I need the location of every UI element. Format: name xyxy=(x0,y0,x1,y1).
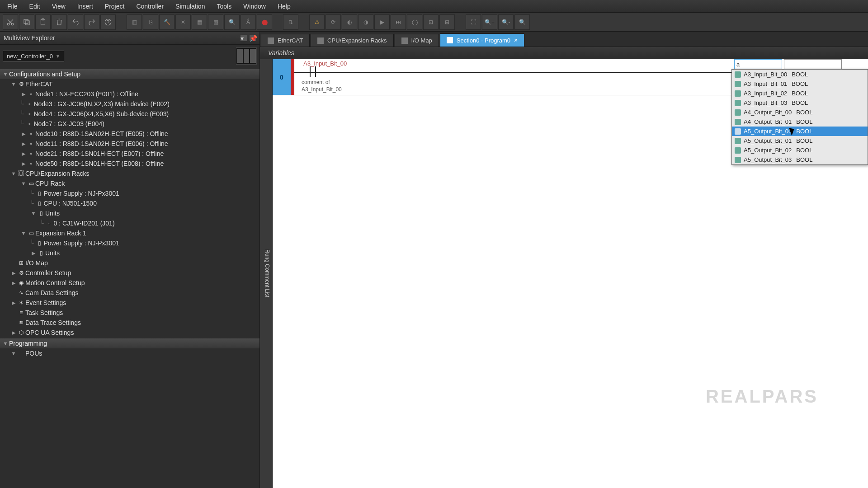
autocomplete-item[interactable]: A5_Output_Bit_01 BOOL xyxy=(732,136,868,145)
zoom-fit-button[interactable]: ⛶ xyxy=(466,14,481,30)
tree-item[interactable]: ▼▭CPU Rack xyxy=(0,178,259,188)
build-button[interactable]: 🔨 xyxy=(159,14,175,30)
delete-button[interactable] xyxy=(52,14,67,30)
expand-icon[interactable]: ▶ xyxy=(30,250,37,256)
tree-item[interactable]: ▼POUs xyxy=(0,348,259,358)
tree-item[interactable]: ▼⚙EtherCAT xyxy=(0,79,259,89)
view-2-button[interactable]: ⎘ xyxy=(143,14,158,30)
close-icon[interactable]: × xyxy=(514,37,518,44)
find-next-button[interactable]: Å xyxy=(241,14,256,30)
zoom-reset-button[interactable]: 🔍 xyxy=(514,14,530,30)
autocomplete-item[interactable]: A3_Input_Bit_03 BOOL xyxy=(732,98,868,108)
panel-pin-icon[interactable]: 📌 xyxy=(250,35,256,41)
menu-insert[interactable]: Insert xyxy=(72,1,99,12)
tree-item[interactable]: ▶▫Node21 : R88D-1SN01H-ECT (E007) : Offl… xyxy=(0,149,259,159)
expand-icon[interactable]: ▼ xyxy=(20,230,27,236)
ladder-editor[interactable]: 0 A3_Input_Bit_00 comment ofA3_Input_Bit… xyxy=(273,59,868,488)
contact-symbol[interactable] xyxy=(310,66,316,77)
tab-cpu-expansion-racks[interactable]: CPU/Expansion Racks xyxy=(311,34,394,47)
autocomplete-item[interactable]: A5_Output_Bit_02 BOOL xyxy=(732,145,868,155)
tool-a-button[interactable]: ✕ xyxy=(175,14,191,30)
zoom-in-button[interactable]: 🔍+ xyxy=(482,14,497,30)
stop-button[interactable]: ⬤ xyxy=(257,14,272,30)
expand-icon[interactable]: ▼ xyxy=(30,211,37,216)
autocomplete-item[interactable]: A3_Input_Bit_02 BOOL xyxy=(732,89,868,98)
tool-e-button[interactable]: ◑ xyxy=(358,14,373,30)
copy-button[interactable] xyxy=(19,14,34,30)
rung-comment-list-label[interactable]: Rung Comment List xyxy=(260,59,273,488)
menu-controller[interactable]: Controller xyxy=(131,1,169,12)
controller-selector[interactable]: new_Controller_0 ▼ xyxy=(3,51,64,62)
expand-icon[interactable]: ▶ xyxy=(10,280,17,286)
tree-item[interactable]: ▶✶Event Settings xyxy=(0,298,259,308)
sync-button[interactable]: ⟳ xyxy=(326,14,341,30)
tree-item[interactable]: └▫0 : CJ1W-ID201 (J01) xyxy=(0,218,259,228)
autocomplete-item[interactable]: A4_Output_Bit_01 BOOL xyxy=(732,117,868,127)
autocomplete-item[interactable]: A5_Output_Bit_00 BOOL xyxy=(732,127,868,136)
tree-item[interactable]: └▯Power Supply : NJ-Px3001 xyxy=(0,238,259,248)
autocomplete-item[interactable]: A3_Input_Bit_00 BOOL xyxy=(732,70,868,79)
expand-icon[interactable]: ▶ xyxy=(20,161,27,167)
autocomplete-item[interactable]: A4_Output_Bit_00 BOOL xyxy=(732,108,868,117)
tree-item[interactable]: ≡Task Settings xyxy=(0,308,259,318)
expand-icon[interactable]: ▶ xyxy=(20,151,27,157)
autocomplete-item[interactable]: A5_Output_Bit_03 BOOL xyxy=(732,155,868,164)
tool-d-button[interactable]: ◐ xyxy=(342,14,357,30)
programming-section[interactable]: ▼ Programming xyxy=(0,338,259,348)
expand-icon[interactable]: ▶ xyxy=(20,141,27,147)
tool-b-button[interactable]: ▦ xyxy=(192,14,207,30)
tree-item[interactable]: ▶⚙Controller Setup xyxy=(0,268,259,278)
tree-item[interactable]: ▼▯Units xyxy=(0,208,259,218)
find-button[interactable]: 🔍 xyxy=(224,14,240,30)
run-button[interactable]: ▶ xyxy=(374,14,390,30)
tree-item[interactable]: ▼▭Expansion Rack 1 xyxy=(0,228,259,238)
warn-button[interactable]: ⚠ xyxy=(309,14,325,30)
paste-button[interactable] xyxy=(35,14,51,30)
menu-file[interactable]: File xyxy=(2,1,23,12)
rung-body[interactable]: A3_Input_Bit_00 comment ofA3_Input_Bit_0… xyxy=(294,59,868,95)
expand-icon[interactable]: ▼ xyxy=(2,341,9,346)
tool-g-button[interactable]: ⊟ xyxy=(439,14,455,30)
expand-icon[interactable]: ▶ xyxy=(10,300,17,306)
cut-button[interactable] xyxy=(3,14,18,30)
config-setup-section[interactable]: ▼ Configurations and Setup xyxy=(0,69,259,79)
tree-item[interactable]: ▶▫Node1 : NX-ECC203 (E001) : Offline xyxy=(0,89,259,99)
expand-icon[interactable]: ▶ xyxy=(10,270,17,276)
online-button[interactable]: ⇅ xyxy=(283,14,298,30)
tree-item[interactable]: └▯CPU : NJ501-1500 xyxy=(0,198,259,208)
menu-help[interactable]: Help xyxy=(272,1,296,12)
rung-row[interactable]: 0 A3_Input_Bit_00 comment ofA3_Input_Bit… xyxy=(273,59,868,95)
tree-item[interactable]: ▶⬡OPC UA Settings xyxy=(0,328,259,338)
menu-tools[interactable]: Tools xyxy=(211,1,237,12)
tree-item[interactable]: ∿Cam Data Settings xyxy=(0,288,259,298)
expand-icon[interactable]: ▼ xyxy=(10,81,17,87)
variable-type-input[interactable] xyxy=(784,59,842,69)
tree-item[interactable]: └▫Node7 : GX-JC03 (E004) xyxy=(0,119,259,129)
record-button[interactable]: ◯ xyxy=(407,14,422,30)
expand-icon[interactable]: ▶ xyxy=(20,91,27,97)
tree-item[interactable]: ▼⿴CPU/Expansion Racks xyxy=(0,169,259,178)
tree-item[interactable]: ▶▫Node50 : R88D-1SN01H-ECT (E008) : Offl… xyxy=(0,159,259,169)
step-button[interactable]: ⏭ xyxy=(391,14,406,30)
expand-icon[interactable]: ▶ xyxy=(10,330,17,336)
tab-ethercat[interactable]: EtherCAT xyxy=(261,34,310,47)
panel-dropdown-icon[interactable]: ▾ xyxy=(241,35,247,41)
zoom-out-button[interactable]: 🔍- xyxy=(498,14,514,30)
tab-section0-program0[interactable]: Section0 - Program0× xyxy=(440,33,524,47)
menu-edit[interactable]: Edit xyxy=(24,1,46,12)
tree-item[interactable]: ≋Data Trace Settings xyxy=(0,318,259,328)
menu-project[interactable]: Project xyxy=(99,1,130,12)
tree-item[interactable]: └▫Node4 : GX-JC06(X4,X5,X6) Sub-device (… xyxy=(0,109,259,119)
tree-item[interactable]: ⊞I/O Map xyxy=(0,258,259,268)
expand-icon[interactable]: ▼ xyxy=(20,181,27,186)
autocomplete-item[interactable]: A3_Input_Bit_01 BOOL xyxy=(732,79,868,89)
tree-item[interactable]: └▯Power Supply : NJ-Px3001 xyxy=(0,188,259,198)
help-button[interactable] xyxy=(100,14,116,30)
expand-icon[interactable]: ▼ xyxy=(10,171,17,176)
expand-icon[interactable]: ▼ xyxy=(10,351,17,356)
variables-header[interactable]: Variables xyxy=(260,47,868,59)
tree-item[interactable]: └▫Node3 : GX-JC06(IN,X2,X3) Main device … xyxy=(0,99,259,109)
undo-button[interactable] xyxy=(68,14,83,30)
view-1-button[interactable]: ▥ xyxy=(127,14,142,30)
variable-entry-input[interactable] xyxy=(734,59,782,69)
